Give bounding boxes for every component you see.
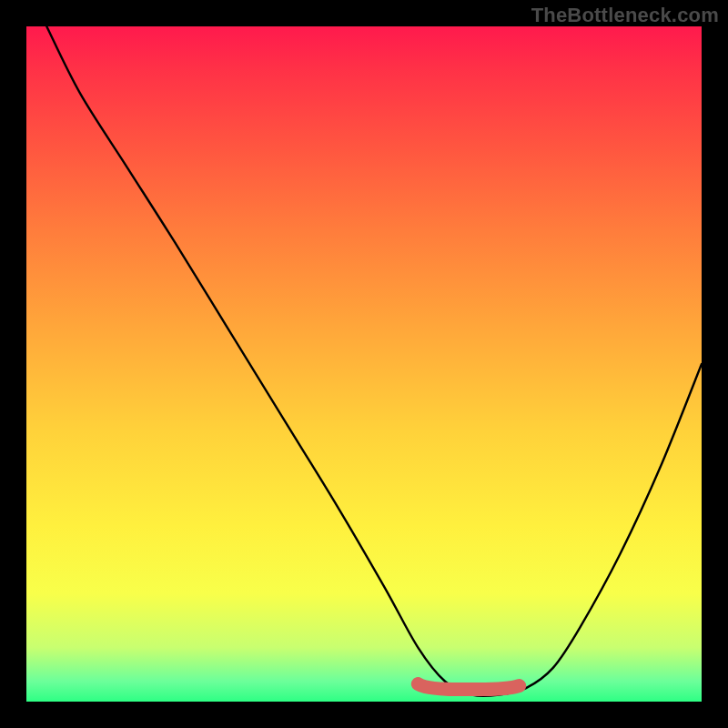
bottleneck-curve: [46, 26, 702, 696]
valley-marker: [418, 684, 519, 690]
plot-area: [26, 26, 702, 702]
chart-frame: TheBottleneck.com: [0, 0, 728, 728]
watermark-text: TheBottleneck.com: [531, 4, 719, 27]
curve-layer: [26, 26, 702, 702]
